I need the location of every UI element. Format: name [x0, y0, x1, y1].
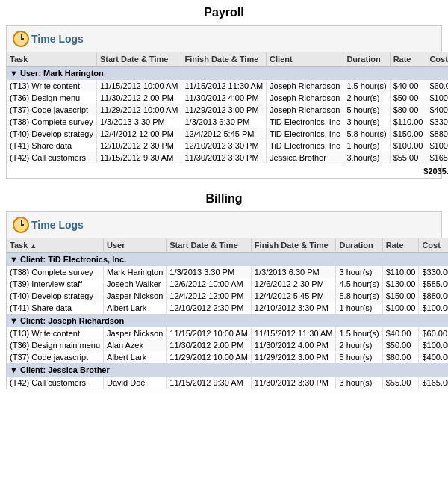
billing-col-cost: Cost [419, 238, 448, 253]
cell-user: Jasper Nickson [104, 327, 167, 339]
cell-duration: 3 hour(s) [336, 266, 382, 278]
cell-task: (T40) Develop strategy [7, 128, 96, 140]
col-finish-date: Finish Date & Time [181, 52, 267, 67]
cell-user: Albert Lark [104, 351, 167, 363]
cell-rate: $100.00 [382, 302, 419, 314]
cell-rate: $80.00 [382, 351, 419, 363]
billing-title: Billing [0, 186, 448, 208]
col-rate: Rate [390, 52, 426, 67]
payroll-group-label: ▼ User: Mark Harington [7, 67, 448, 81]
cell-finish: 11/30/2012 3:30 PM [251, 377, 336, 389]
cell-cost: $585.00 [419, 278, 448, 290]
cell-rate: $100.00 [390, 140, 426, 152]
payroll-section: Payroll Time Logs Task Start Date & Time… [0, 0, 448, 179]
cell-task: (T39) Interview staff [7, 278, 104, 290]
cell-cost: $100.00 [419, 339, 448, 351]
cell-start: 11/30/2012 2:00 PM [167, 339, 252, 351]
cell-rate: $50.00 [382, 339, 419, 351]
cell-duration: 5.8 hour(s) [336, 290, 382, 302]
cell-rate: $40.00 [382, 327, 419, 339]
cell-duration: 3 hour(s) [336, 377, 382, 389]
col-duration: Duration [343, 52, 390, 67]
billing-table: Task ▲ User Start Date & Time Finish Dat… [7, 238, 448, 389]
cell-task: (T36) Design main menu [7, 339, 104, 351]
cell-cost: $165.00 [419, 377, 448, 389]
col-client: Client [267, 52, 343, 67]
billing-panel-title: Time Logs [31, 219, 84, 231]
table-row: (T40) Develop strategy Jasper Nickson 12… [7, 290, 448, 302]
billing-col-task: Task ▲ [7, 238, 104, 253]
cell-user: Jasper Nickson [104, 290, 167, 302]
table-row: (T38) Complete survey 1/3/2013 3:30 PM 1… [7, 116, 448, 128]
billing-header-row: Task ▲ User Start Date & Time Finish Dat… [7, 238, 448, 253]
cell-task: (T37) Code javascript [7, 104, 96, 116]
table-row: (T41) Share data Albert Lark 12/10/2012 … [7, 302, 448, 314]
cell-task: (T36) Design menu [7, 92, 96, 104]
col-start-date: Start Date & Time [96, 52, 181, 67]
cell-rate: $110.00 [382, 266, 419, 278]
cell-start: 12/10/2012 2:30 PM [167, 302, 252, 314]
cell-task: (T42) Call customers [7, 377, 104, 389]
cell-finish: 12/6/2012 2:30 PM [251, 278, 336, 290]
col-task: Task [7, 52, 96, 67]
billing-col-finish: Finish Date & Time [251, 238, 336, 253]
cell-duration: 3.hour(s) [343, 152, 390, 164]
cell-finish: 12/4/2012 5:45 PM [251, 290, 336, 302]
billing-group-label: ▼ Client: Joseph Richardson [7, 314, 448, 327]
billing-group-header: ▼ Client: Jessica Brother [7, 363, 448, 377]
cell-user: Albert Lark [104, 302, 167, 314]
cell-duration: 2 hour(s) [336, 339, 382, 351]
cell-finish: 12/10/2012 3:30 PM [251, 302, 336, 314]
cell-rate: $130.00 [382, 278, 419, 290]
table-row: (T37) Code javascript 11/29/2012 10:00 A… [7, 104, 448, 116]
billing-group-header: ▼ Client: TiD Electronics, Inc. [7, 253, 448, 267]
cell-start: 11/15/2012 10:00 AM [167, 327, 252, 339]
cell-cost: $330.00 [426, 116, 448, 128]
cell-duration: 3 hour(s) [343, 116, 390, 128]
table-row: (T13) Write content 11/15/2012 10:00 AM … [7, 80, 448, 92]
billing-group-label: ▼ Client: Jessica Brother [7, 363, 448, 377]
cell-cost: $880.00 [419, 290, 448, 302]
billing-section: Billing Time Logs Task ▲ User Start Date… [0, 186, 448, 389]
cell-rate: $150.00 [390, 128, 426, 140]
cell-rate: $55.00 [382, 377, 419, 389]
cell-task: (T13) Write content [7, 327, 104, 339]
total-row: $2035.00 [7, 164, 448, 179]
col-cost: Cost [426, 52, 448, 67]
cell-start: 12/6/2012 10:00 AM [167, 278, 252, 290]
table-row: (T36) Design menu 11/30/2012 2:00 PM 11/… [7, 92, 448, 104]
cell-start: 1/3/2013 3:30 PM [167, 266, 252, 278]
cell-finish: 11/30/2012 3:30 PM [181, 152, 267, 164]
cell-client: TiD Electronics, Inc [267, 116, 343, 128]
cell-task: (T38) Complete survey [7, 116, 96, 128]
cell-finish: 12/10/2012 3:30 PM [181, 140, 267, 152]
cell-start: 11/15/2012 9:30 AM [167, 377, 252, 389]
table-row: (T39) Interview staff Joseph Walker 12/6… [7, 278, 448, 290]
clock-icon-2 [13, 217, 29, 233]
cell-duration: 5 hour(s) [343, 104, 390, 116]
cell-task: (T38) Complete survey [7, 266, 104, 278]
billing-panel: Time Logs Task ▲ User Start Date & Time … [6, 211, 442, 389]
cell-start: 12/4/2012 12:00 PM [167, 290, 252, 302]
cell-rate: $40.00 [390, 80, 426, 92]
cell-task: (T13) Write content [7, 80, 96, 92]
cell-start: 11/15/2012 10:00 AM [96, 80, 181, 92]
cell-duration: 1 hour(s) [336, 302, 382, 314]
cell-rate: $110.00 [390, 116, 426, 128]
cell-start: 12/10/2012 2:30 PM [96, 140, 181, 152]
cell-duration: 4.5 hour(s) [336, 278, 382, 290]
cell-finish: 11/29/2012 3:00 PM [251, 351, 336, 363]
cell-task: (T37) Code javascript [7, 351, 104, 363]
cell-client: TiD Electronics, Inc [267, 128, 343, 140]
cell-duration: 5 hour(s) [336, 351, 382, 363]
cell-task: (T42) Call customers [7, 152, 96, 164]
sort-arrow: ▲ [30, 242, 37, 250]
cell-client: Joseph Richardson [267, 104, 343, 116]
cell-client: TiD Electronics, Inc [267, 140, 343, 152]
cell-duration: 5.8 hour(s) [343, 128, 390, 140]
cell-cost: $400.00 [419, 351, 448, 363]
cell-finish: 11/15/2012 11:30 AM [251, 327, 336, 339]
cell-rate: $50.00 [390, 92, 426, 104]
table-row: (T42) Call customers David Doe 11/15/201… [7, 377, 448, 389]
cell-cost: $165.00 [426, 152, 448, 164]
